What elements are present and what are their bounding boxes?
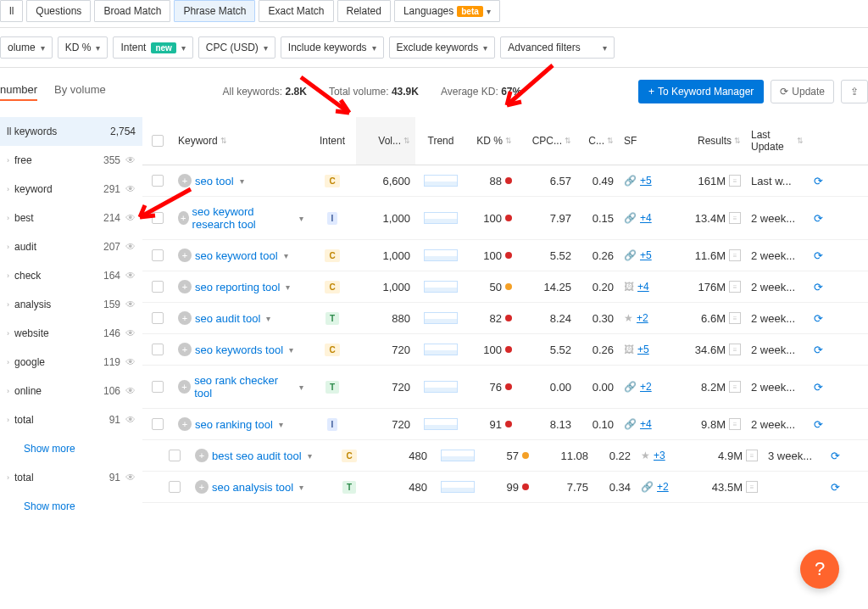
refresh-row-icon[interactable]: ⟳ [814, 344, 823, 356]
keyword-link[interactable]: seo rank checker tool [194, 374, 293, 399]
row-checkbox[interactable] [152, 418, 164, 430]
sidebar-item[interactable]: ›google119👁 [0, 348, 142, 377]
col-intent[interactable]: Intent [309, 117, 356, 165]
col-keyword[interactable]: Keyword⇅ [173, 117, 309, 165]
chevron-down-icon[interactable]: ▾ [266, 314, 270, 323]
row-checkbox[interactable] [152, 212, 164, 224]
export-button[interactable]: ⇪ [841, 80, 868, 103]
serp-feature-count[interactable]: +5 [637, 344, 649, 355]
filter-intent[interactable]: Intentnew▾ [113, 36, 192, 59]
chevron-down-icon[interactable]: ▾ [299, 214, 303, 223]
sidebar-item[interactable]: ›keyword291👁 [0, 175, 142, 204]
filter-include[interactable]: Include keywords▾ [281, 36, 384, 59]
serp-icon[interactable]: ≡ [746, 450, 758, 461]
serp-feature-count[interactable]: +3 [654, 450, 665, 461]
tab-all[interactable]: ll [0, 0, 23, 22]
serp-feature-count[interactable]: +2 [640, 381, 652, 393]
serp-icon[interactable]: ≡ [729, 212, 741, 224]
sidebar-total-row[interactable]: › total 91 👁 [0, 463, 142, 492]
chevron-down-icon[interactable]: ▾ [279, 420, 283, 429]
sidebar-item[interactable]: ›analysis159👁 [0, 290, 142, 319]
col-results[interactable]: Results⇅ [678, 117, 746, 165]
tab-by-number[interactable]: number [0, 83, 37, 101]
col-last-update[interactable]: Last Update⇅ [746, 117, 809, 165]
add-icon[interactable]: + [178, 343, 192, 356]
add-icon[interactable]: + [178, 211, 189, 225]
chevron-down-icon[interactable]: ▾ [308, 451, 312, 461]
tab-questions[interactable]: Questions [26, 0, 91, 22]
row-checkbox[interactable] [152, 312, 164, 324]
refresh-row-icon[interactable]: ⟳ [831, 450, 840, 462]
refresh-row-icon[interactable]: ⟳ [814, 175, 823, 187]
tab-exact-match[interactable]: Exact Match [259, 0, 333, 22]
serp-feature-count[interactable]: +2 [657, 481, 669, 493]
add-icon[interactable]: + [178, 280, 192, 293]
keyword-link[interactable]: seo analysis tool [212, 481, 293, 494]
refresh-row-icon[interactable]: ⟳ [814, 212, 823, 225]
tab-by-volume[interactable]: By volume [54, 83, 106, 101]
tab-phrase-match[interactable]: Phrase Match [174, 0, 255, 22]
add-icon[interactable]: + [178, 174, 192, 187]
add-icon[interactable]: + [178, 311, 192, 325]
select-all-checkbox[interactable] [152, 135, 164, 147]
serp-feature-count[interactable]: +4 [637, 281, 649, 293]
chevron-down-icon[interactable]: ▾ [289, 345, 293, 355]
serp-icon[interactable]: ≡ [729, 344, 741, 355]
serp-icon[interactable]: ≡ [729, 175, 741, 187]
serp-icon[interactable]: ≡ [746, 481, 758, 493]
sidebar-item[interactable]: ›website146👁 [0, 319, 142, 348]
col-cpc[interactable]: CPC...⇅ [517, 117, 576, 165]
sidebar-header[interactable]: ll keywords 2,754 [0, 117, 142, 146]
refresh-row-icon[interactable]: ⟳ [814, 281, 823, 293]
keyword-link[interactable]: seo keyword research tool [192, 205, 293, 231]
keyword-link[interactable]: seo tool [195, 175, 234, 187]
refresh-row-icon[interactable]: ⟳ [814, 418, 823, 431]
chevron-down-icon[interactable]: ▾ [286, 282, 290, 292]
filter-exclude[interactable]: Exclude keywords▾ [389, 36, 496, 59]
help-button[interactable]: ? [800, 550, 839, 589]
sidebar-item[interactable]: ›check164👁 [0, 261, 142, 290]
chevron-down-icon[interactable]: ▾ [299, 483, 303, 492]
chevron-down-icon[interactable]: ▾ [299, 383, 303, 392]
refresh-row-icon[interactable]: ⟳ [831, 481, 840, 494]
col-sf[interactable]: SF [619, 117, 678, 165]
col-kd[interactable]: KD %⇅ [466, 117, 517, 165]
keyword-link[interactable]: seo keywords tool [195, 344, 283, 356]
filter-cpc[interactable]: CPC (USD)▾ [198, 36, 275, 59]
row-checkbox[interactable] [152, 281, 164, 293]
serp-icon[interactable]: ≡ [729, 312, 741, 324]
sidebar-item[interactable]: ›total91👁 [0, 405, 142, 434]
keyword-link[interactable]: seo keyword tool [195, 249, 278, 262]
row-checkbox[interactable] [152, 344, 164, 355]
chevron-down-icon[interactable]: ▾ [240, 176, 244, 186]
tab-related[interactable]: Related [337, 0, 391, 22]
row-checkbox[interactable] [169, 481, 181, 493]
serp-feature-count[interactable]: +4 [640, 418, 652, 430]
refresh-row-icon[interactable]: ⟳ [814, 249, 823, 262]
show-more-link-2[interactable]: Show more [0, 492, 142, 521]
filter-advanced[interactable]: Advanced filters▾ [500, 36, 614, 59]
sidebar-item[interactable]: ›best214👁 [0, 204, 142, 232]
add-icon[interactable]: + [195, 480, 209, 494]
add-icon[interactable]: + [178, 380, 191, 394]
add-icon[interactable]: + [178, 417, 192, 431]
filter-volume[interactable]: olume▾ [0, 36, 53, 59]
to-keyword-manager-button[interactable]: +To Keyword Manager [638, 80, 764, 103]
filter-kd[interactable]: KD %▾ [58, 36, 108, 59]
serp-icon[interactable]: ≡ [729, 281, 741, 293]
show-more-link[interactable]: Show more [0, 434, 142, 463]
serp-icon[interactable]: ≡ [729, 249, 741, 261]
serp-feature-count[interactable]: +4 [640, 212, 652, 224]
keyword-link[interactable]: seo ranking tool [195, 418, 273, 431]
serp-icon[interactable]: ≡ [729, 418, 741, 430]
tab-broad-match[interactable]: Broad Match [94, 0, 170, 22]
serp-feature-count[interactable]: +2 [637, 312, 648, 324]
row-checkbox[interactable] [169, 450, 181, 461]
refresh-row-icon[interactable]: ⟳ [814, 312, 823, 325]
add-icon[interactable]: + [195, 449, 209, 462]
col-volume[interactable]: Vol...⇅ [356, 117, 415, 165]
sidebar-item[interactable]: ›free355👁 [0, 146, 142, 175]
keyword-link[interactable]: best seo audit tool [212, 450, 302, 462]
serp-icon[interactable]: ≡ [729, 381, 741, 393]
col-cd[interactable]: C...⇅ [576, 117, 619, 165]
